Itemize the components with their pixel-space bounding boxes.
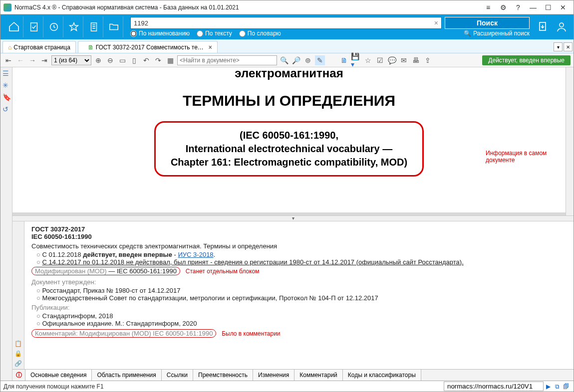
rail-clipboard-icon[interactable]: 📋 [14, 340, 22, 347]
app-logo [3, 3, 11, 11]
iec-code: IEC 60050-161:1990 [31, 233, 92, 240]
rail-lock-icon[interactable]: 🔒 [14, 350, 22, 357]
tab-close-icon[interactable]: × [209, 44, 212, 51]
address-bar[interactable] [444, 382, 544, 391]
rotate-right-icon[interactable]: ↷ [153, 55, 163, 65]
tab-main-info[interactable]: Основные сведения [25, 370, 92, 381]
highlight-icon[interactable]: ✎ [315, 55, 325, 65]
svg-rect-2 [91, 23, 96, 31]
doc-status-icon: 🗎 [88, 44, 94, 51]
doc-type-icon [83, 44, 86, 50]
home-icon[interactable] [4, 16, 23, 37]
nav-next-icon[interactable]: → [27, 55, 37, 65]
fit-width-icon[interactable]: ▭ [117, 55, 127, 65]
find-settings-icon[interactable]: ⊚ [303, 55, 313, 65]
radio-by-text[interactable]: По тексту [197, 30, 232, 37]
tab-close-all[interactable]: ✕ [564, 42, 573, 51]
left-rail: ☰ ✳ 🔖 ↺ [0, 67, 12, 381]
nav-prev-icon[interactable]: ← [15, 55, 25, 65]
minimize-button[interactable]: — [526, 2, 541, 13]
tab-succession[interactable]: Преемственность [193, 370, 253, 381]
rail-toc-icon[interactable]: ☰ [2, 69, 10, 77]
comment-block: Комментарий: Модифицирован (MOD) IEC 600… [31, 329, 216, 338]
zoom-out-icon[interactable]: ⊖ [105, 55, 115, 65]
tab-list-dropdown[interactable]: ▾ [554, 42, 563, 51]
select-tool-icon[interactable]: ▦ [165, 55, 175, 65]
doc-status-badge: Действует, введен впервые [482, 55, 571, 65]
chat-icon[interactable]: 💬 [387, 55, 397, 65]
check-doc-icon[interactable] [24, 16, 43, 37]
rotate-left-icon[interactable]: ↶ [141, 55, 151, 65]
zoom-in-icon[interactable]: ⊕ [93, 55, 103, 65]
download-doc-icon[interactable] [535, 16, 551, 37]
doc-code: ГОСТ 30372-2017 [31, 225, 85, 233]
tab-codes[interactable]: Коды и классификаторы [343, 370, 421, 381]
annotation-separate-block: Станет отдельным блоком [186, 268, 260, 275]
notes-icon[interactable] [84, 16, 103, 37]
main-toolbar: × Поиск По наименованию По тексту По сло… [0, 14, 574, 39]
share-icon[interactable]: ⇪ [423, 55, 433, 65]
search-box[interactable]: × [130, 17, 442, 29]
menu-icon[interactable]: ≡ [481, 2, 496, 13]
clear-search-icon[interactable]: × [434, 19, 438, 27]
document-view[interactable]: электромагнитная ТЕРМИНЫ И ОПРЕДЕЛЕНИЯ (… [12, 67, 566, 215]
tab-comment[interactable]: Комментарий [294, 370, 343, 381]
splitter-handle[interactable]: ▾ [12, 215, 574, 221]
close-button[interactable]: ✕ [556, 2, 571, 13]
history-icon[interactable] [44, 16, 63, 37]
doc-title: ТЕРМИНЫ И ОПРЕДЕЛЕНИЯ [27, 92, 551, 109]
search-button[interactable]: Поиск [445, 17, 530, 29]
approved-header: Документ утвержден: [31, 278, 567, 286]
print-icon[interactable]: 🖶 [411, 55, 421, 65]
statusbar: Для получения помощи нажмите F1 ▶ ⧉ 🗐 [0, 381, 574, 392]
find-prev-icon[interactable]: 🔍 [279, 55, 289, 65]
ius-link[interactable]: ИУС 3-2018 [178, 251, 214, 258]
copy-doc-icon[interactable]: 🗎 [339, 55, 349, 65]
radio-by-dict[interactable]: По словарю [239, 30, 281, 37]
task-icon[interactable]: ☑ [375, 55, 385, 65]
bookmark-icon[interactable]: ☆ [363, 55, 373, 65]
find-in-doc-input[interactable] [177, 55, 277, 65]
maximize-button[interactable]: ☐ [541, 2, 556, 13]
status-line-1: С 01.12.2018 действует, введен впервые -… [36, 251, 567, 258]
rail-link-icon[interactable]: 🔗 [14, 360, 22, 367]
modified-block: Модифицирован (MOD) — IEC 60050-161:1990 [31, 267, 180, 275]
annotation-was-comment: Было в комментарии [222, 330, 280, 337]
nav-last-icon[interactable]: ⇥ [39, 55, 49, 65]
save-doc-icon[interactable]: 💾▾ [351, 55, 361, 65]
doc-name: Совместимость технических средств электр… [31, 242, 567, 250]
svg-rect-0 [30, 23, 37, 31]
copy-url-icon[interactable]: ⧉ [553, 383, 562, 390]
user-icon[interactable] [554, 16, 570, 37]
rail-bug-icon[interactable]: ✳ [2, 81, 10, 89]
doc-toolbar: ⇤ ← → ⇥ 1 (из 64) ⊕ ⊖ ▭ ▯ ↶ ↷ ▦ 🔍 🔎 ⊚ ✎ … [0, 53, 574, 67]
radio-by-name[interactable]: По наименованию [130, 30, 190, 37]
tab-scope[interactable]: Область применения [92, 370, 161, 381]
info-alert-icon[interactable]: ⓘ [12, 370, 25, 381]
document-tabs: ⌂ Стартовая страница 🗎 ГОСТ 30372-2017 С… [0, 39, 574, 53]
page-selector[interactable]: 1 (из 64) [51, 55, 91, 65]
iec-reference-box: (IEC 60050-161:1990, International elect… [154, 121, 424, 177]
gear-icon[interactable]: ⚙ [496, 2, 511, 13]
go-icon[interactable]: ▶ [544, 383, 553, 390]
nav-first-icon[interactable]: ⇤ [3, 55, 13, 65]
fit-page-icon[interactable]: ▯ [129, 55, 139, 65]
folder-icon[interactable] [104, 16, 123, 37]
open-external-icon[interactable]: 🗐 [562, 383, 571, 390]
search-input[interactable] [134, 19, 434, 27]
doc-scrollbar[interactable] [566, 67, 574, 215]
rail-tag-icon[interactable]: 🔖 [2, 93, 10, 101]
star-icon[interactable] [64, 16, 83, 37]
tab-document[interactable]: 🗎 ГОСТ 30372-2017 Совместимость те… × [78, 41, 218, 53]
tab-links[interactable]: Ссылки [162, 370, 193, 381]
find-next-icon[interactable]: 🔎 [291, 55, 301, 65]
help-icon[interactable]: ? [511, 2, 526, 13]
pub-1: Стандартинформ, 2018 [36, 312, 567, 320]
mail-icon[interactable]: ✉ [399, 55, 409, 65]
tab-changes[interactable]: Изменения [253, 370, 294, 381]
tab-start-page[interactable]: ⌂ Стартовая страница [2, 41, 76, 53]
titlebar: NormaCS 4.x ® - Справочная нормативная с… [0, 0, 574, 14]
advanced-search-link[interactable]: 🔍 Расширенный поиск [464, 30, 530, 37]
window-title: NormaCS 4.x ® - Справочная нормативная с… [14, 4, 481, 11]
rail-history-icon[interactable]: ↺ [2, 105, 10, 113]
